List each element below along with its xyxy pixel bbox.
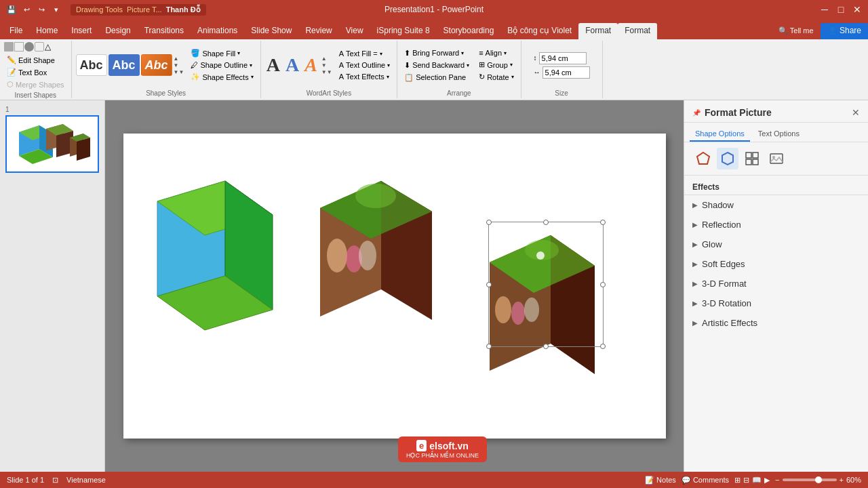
rotate-arrow: ▾ [511, 74, 514, 80]
undo-btn[interactable]: ↩ [20, 3, 33, 16]
zoom-level[interactable]: 60% [846, 476, 861, 484]
style-box-1[interactable]: Abc [76, 54, 107, 76]
effect-reflection[interactable]: ▶ Reflection [684, 215, 868, 235]
tab-review[interactable]: Review [298, 23, 338, 39]
cube-photo-1 [320, 154, 469, 330]
close-btn[interactable]: ✕ [852, 4, 863, 15]
more-qat-btn[interactable]: ▾ [50, 3, 62, 16]
tab-view[interactable]: View [339, 23, 370, 39]
style-box-3[interactable]: Abc [141, 54, 172, 76]
cube-photo-2[interactable] [490, 222, 639, 398]
tab-home[interactable]: Home [29, 23, 64, 39]
effect-shadow[interactable]: ▶ Shadow [684, 195, 868, 215]
status-bar: Slide 1 of 1 ⊡ Vietnamese 📝 Notes 💬 Comm… [0, 472, 868, 488]
format-tab-text[interactable]: Text Options [753, 127, 805, 142]
reading-view-btn[interactable]: 📖 [752, 476, 762, 485]
shape-tool-4[interactable] [35, 42, 44, 52]
width-input[interactable] [542, 66, 590, 79]
fit-slide-icon[interactable]: ⊡ [52, 476, 58, 485]
style-scroll[interactable]: ▲ ▼ ▼▼ [174, 56, 184, 75]
slide-number: 1 [5, 106, 99, 113]
tab-slideshow[interactable]: Slide Show [244, 23, 298, 39]
format-icon-picture[interactable] [766, 148, 787, 169]
slide-thumb-img [9, 119, 97, 169]
align-btn[interactable]: ≡ Align ▾ [476, 47, 516, 58]
format-tab-shape[interactable]: Shape Options [690, 127, 750, 142]
wordart-a-orange[interactable]: A [303, 54, 319, 76]
save-btn[interactable]: 💾 [5, 3, 18, 16]
text-outline-icon: A [339, 61, 344, 69]
tab-tell-me[interactable]: 🔍 Tell me [772, 24, 821, 39]
minimize-btn[interactable]: ─ [819, 4, 830, 15]
send-backward-btn[interactable]: ⬇ Send Backward ▾ [401, 60, 472, 71]
wordart-a-blue[interactable]: A [284, 54, 300, 76]
tab-violet[interactable]: Bộ công cụ Violet [500, 23, 578, 39]
slide-sorter-btn[interactable]: ⊟ [743, 476, 749, 485]
style-box-2[interactable]: Abc [108, 54, 140, 76]
tab-ispring[interactable]: iSpring Suite 8 [370, 23, 437, 39]
shape-effects-btn[interactable]: ✨ Shape Effects ▾ [188, 71, 256, 83]
bring-forward-btn[interactable]: ⬆ Bring Forward ▾ [401, 47, 472, 59]
align-arrow: ▾ [504, 50, 507, 56]
tab-format-2[interactable]: Format [618, 23, 657, 39]
svg-marker-32 [722, 152, 733, 165]
maximize-btn[interactable]: □ [835, 4, 846, 15]
tab-transitions[interactable]: Transitions [138, 23, 191, 39]
shape-tool-1[interactable] [4, 42, 14, 52]
merge-icon: ⬡ [7, 80, 14, 89]
tab-insert[interactable]: Insert [64, 23, 98, 39]
zoom-in-btn[interactable]: + [840, 476, 844, 484]
height-input[interactable] [539, 52, 587, 64]
shape-tool-3[interactable] [24, 42, 34, 52]
elsoft-logo-e: e [416, 440, 427, 451]
text-outline-btn[interactable]: A Text Outline ▾ [336, 60, 393, 70]
format-icon-effects[interactable] [717, 148, 738, 169]
text-box-btn[interactable]: 📝 Text Box [4, 66, 50, 78]
selection-pane-btn[interactable]: 📋 Selection Pane [401, 72, 472, 83]
tab-file[interactable]: File [3, 23, 29, 39]
normal-view-btn[interactable]: ⊞ [734, 476, 741, 485]
title-bar-right: ─ □ ✕ [819, 4, 863, 15]
format-icon-shape[interactable] [692, 148, 714, 169]
merge-shapes-btn[interactable]: ⬡ Merge Shapes [4, 79, 67, 90]
text-effects-btn[interactable]: A Text Effects ▾ [336, 71, 393, 82]
elsoft-badge: e elsoft.vn HỌC PHẦN MỀM ONLINE [398, 436, 487, 462]
effect-artistic[interactable]: ▶ Artistic Effects [684, 313, 868, 333]
redo-btn[interactable]: ↪ [35, 3, 47, 16]
zoom-out-btn[interactable]: − [775, 476, 779, 484]
zoom-slider[interactable] [783, 479, 837, 481]
notes-btn[interactable]: 📝 Notes [645, 476, 676, 485]
svg-rect-36 [753, 159, 758, 165]
effect-soft-edges[interactable]: ▶ Soft Edges [684, 254, 868, 274]
shape-effects-arrow: ▾ [251, 74, 254, 80]
share-btn[interactable]: 👤 Share [821, 23, 868, 39]
group-btn[interactable]: ⊞ Group ▾ [476, 59, 516, 70]
notes-icon: 📝 [645, 476, 654, 484]
effect-glow[interactable]: ▶ Glow [684, 235, 868, 254]
panel-pin-btn[interactable]: 📌 [692, 109, 701, 117]
tab-format-1[interactable]: Format [578, 23, 618, 39]
canvas-area[interactable]: e elsoft.vn HỌC PHẦN MỀM ONLINE [105, 100, 684, 472]
glow-arrow: ▶ [692, 241, 698, 248]
selection-pane-icon: 📋 [404, 73, 414, 82]
shape-fill-btn[interactable]: 🪣 Shape Fill ▾ [188, 47, 256, 59]
effect-3d-rotation[interactable]: ▶ 3-D Rotation [684, 293, 868, 313]
format-icon-size[interactable] [741, 148, 763, 169]
format-panel-header: 📌 Format Picture ✕ [684, 100, 868, 123]
wordart-a-plain[interactable]: A [265, 54, 281, 76]
text-fill-btn[interactable]: A Text Fill = ▾ [336, 48, 393, 59]
tab-animations[interactable]: Animations [191, 23, 244, 39]
comments-btn[interactable]: 💬 Comments [682, 476, 729, 485]
effect-3d-format[interactable]: ▶ 3-D Format [684, 274, 868, 293]
tab-design[interactable]: Design [98, 23, 137, 39]
slide-thumbnail[interactable] [5, 115, 99, 173]
format-panel-close-btn[interactable]: ✕ [852, 107, 860, 118]
tab-storyboard[interactable]: Storyboarding [437, 23, 501, 39]
rotate-btn[interactable]: ↻ Rotate ▾ [476, 71, 516, 83]
shape-tool-2[interactable] [14, 42, 24, 52]
slideshow-btn[interactable]: ▶ [764, 476, 770, 485]
edit-shape-btn[interactable]: ✏️ Edit Shape [4, 54, 58, 66]
shape-tool-5[interactable]: △ [45, 42, 54, 52]
shape-outline-btn[interactable]: 🖊 Shape Outline ▾ [188, 60, 256, 70]
wordart-scroll[interactable]: ▲ ▼ ▼▼ [321, 56, 332, 75]
